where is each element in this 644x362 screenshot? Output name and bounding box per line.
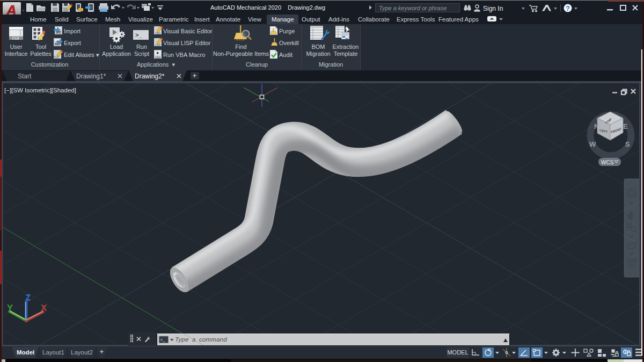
svg-text:Y: Y: [8, 303, 13, 312]
svg-text:Z: Z: [26, 293, 31, 302]
svg-text:WCS: WCS: [601, 160, 614, 165]
svg-text:W: W: [589, 140, 596, 148]
svg-text:[−][SW Isometric][Shaded]: [−][SW Isometric][Shaded]: [4, 87, 76, 93]
svg-text:S: S: [625, 140, 630, 148]
svg-text:>_: >_: [160, 337, 165, 342]
svg-text:E: E: [623, 122, 628, 131]
svg-text:X: X: [41, 303, 47, 312]
